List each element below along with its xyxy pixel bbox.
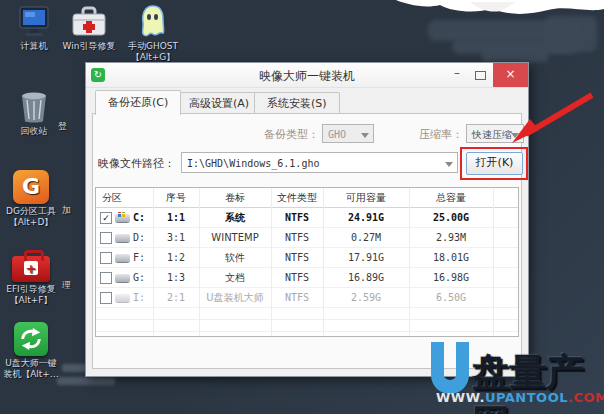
column-header: 总容量 — [409, 191, 493, 205]
desktop-icon-computer[interactable]: 计算机 — [3, 3, 65, 52]
censor-scribble — [396, 0, 604, 14]
grid-line — [199, 188, 200, 336]
desktop-icon-efi-boot-repair[interactable]: + EFI引导修复 【Alt+F】 — [0, 246, 62, 306]
desktop-icon-label: U盘大师一键 — [0, 358, 62, 369]
drive-icon — [115, 214, 130, 222]
censor-block — [482, 48, 548, 62]
volume-label: WINTEMP — [199, 232, 271, 243]
backup-restore-page: 备份类型： GHO 压缩率： 快速压缩 映像文件路径： I:\GHD\Windo… — [92, 113, 522, 369]
filesystem: NTFS — [271, 232, 323, 243]
tab-system-install[interactable]: 系统安装(S) — [254, 92, 340, 114]
grid-line — [409, 188, 410, 336]
drive-letter: F: — [133, 252, 145, 263]
partition-index: 1:1 — [153, 212, 199, 223]
partition-row[interactable]: D:3:1WINTEMPNTFS0.27M2.93M — [96, 228, 518, 248]
chevron-down-icon — [445, 162, 453, 167]
desktop-icon-win-boot-repair[interactable]: Win引导修复 — [58, 3, 120, 52]
partition-checkbox[interactable] — [100, 272, 112, 284]
desktop-icon-label-line2: 【Alt+D】 — [0, 217, 62, 228]
censor-block — [545, 16, 597, 52]
partition-row[interactable]: ✓C:1:1系统NTFS24.91G25.00G — [96, 208, 518, 228]
compression-label: 压缩率： — [415, 127, 463, 142]
partition-checkbox[interactable] — [100, 252, 112, 264]
desktop-icon-label-line2: 装机【Alt+… — [0, 369, 62, 380]
column-header: 分区 — [96, 191, 153, 205]
desktop-icon-label: DG分区工具 — [0, 206, 62, 217]
drive-letter: I: — [133, 292, 145, 303]
green-sync-icon — [0, 320, 62, 356]
partition-index: 3:1 — [153, 232, 199, 243]
chevron-down-icon — [361, 133, 369, 138]
partition-row[interactable]: G:1:3文档NTFS16.89G16.98G — [96, 268, 518, 288]
total-capacity: 16.98G — [409, 272, 493, 283]
total-capacity: 6.50G — [409, 292, 493, 303]
grid-line — [493, 188, 494, 336]
drive-letter: C: — [133, 212, 145, 223]
desktop-icon-manual-ghost[interactable]: 手动GHOST 【Alt+G】 — [122, 3, 184, 63]
desktop-icon-label: 手动GHOST — [122, 41, 184, 52]
total-capacity: 2.93M — [409, 232, 493, 243]
empty-row — [96, 308, 518, 320]
partition-row[interactable]: I:2:1U盘装机大师NTFS2.59G6.50G — [96, 288, 518, 308]
column-header: 文件类型 — [271, 191, 323, 205]
computer-icon — [3, 3, 65, 39]
column-header: 序号 — [153, 191, 199, 205]
table-header-row: 分区序号卷标文件类型可用容量总容量 — [96, 188, 518, 208]
filesystem: NTFS — [271, 252, 323, 263]
desktop-icon-recycle-bin[interactable]: 回收站 — [3, 88, 65, 137]
chevron-down-icon — [511, 133, 519, 138]
window-titlebar[interactable]: ↻ 映像大师一键装机 – × — [86, 63, 528, 88]
red-toolbox-icon: + — [0, 246, 62, 282]
upantool-url: WWW.UPANTOOL.COM — [436, 390, 604, 405]
compression-select[interactable]: 快速压缩 — [466, 124, 524, 143]
column-header: 可用容量 — [323, 191, 409, 205]
backup-type-select[interactable]: GHO — [322, 124, 374, 143]
ghost-icon — [122, 3, 184, 39]
drive-letter: G: — [133, 272, 145, 283]
image-path-label: 映像文件路径： — [98, 156, 175, 171]
drive-icon — [115, 274, 130, 282]
empty-row — [96, 320, 518, 332]
backup-type-label: 备份类型： — [251, 127, 319, 142]
desktop-icon-usb-master[interactable]: U盘大师一键 装机【Alt+… — [0, 320, 62, 380]
partition-index: 2:1 — [153, 292, 199, 303]
partition-row[interactable]: F:1:2软件NTFS17.91G18.01G — [96, 248, 518, 268]
partition-table: 分区序号卷标文件类型可用容量总容量 ✓C:1:1系统NTFS24.91G25.0… — [95, 187, 519, 337]
partition-checkbox[interactable]: ✓ — [100, 212, 112, 224]
grid-line — [153, 188, 154, 336]
filesystem: NTFS — [271, 292, 323, 303]
partition-index: 1:3 — [153, 272, 199, 283]
desktop-icon-dg-partition-tool[interactable]: G DG分区工具 【Alt+D】 — [0, 168, 62, 228]
first-aid-kit-icon — [58, 3, 120, 39]
free-capacity: 0.27M — [323, 232, 409, 243]
partition-checkbox[interactable] — [100, 292, 112, 304]
red-highlight-box — [460, 147, 528, 180]
free-capacity: 16.89G — [323, 272, 409, 283]
maximize-icon — [475, 71, 486, 80]
total-capacity: 25.00G — [409, 212, 493, 223]
close-button[interactable]: × — [493, 63, 528, 87]
image-master-window: ↻ 映像大师一键装机 – × 备份还原(C) 高级设置(A) 系统安装(S) 备… — [85, 62, 529, 377]
desktop-icon-label: 回收站 — [3, 126, 65, 137]
desktop-icon-label-line2: 【Alt+F】 — [0, 295, 62, 306]
drive-icon — [115, 294, 130, 302]
partition-index: 1:2 — [153, 252, 199, 263]
partition-checkbox[interactable] — [100, 232, 112, 244]
tab-advanced-settings[interactable]: 高级设置(A) — [176, 92, 262, 114]
partial-icon-label: 理 — [62, 279, 71, 292]
image-path-combobox[interactable]: I:\GHD\Windows_6.1.gho — [181, 152, 458, 173]
desktop-icon-label: Win引导修复 — [58, 41, 120, 52]
column-header: 卷标 — [199, 191, 271, 205]
volume-label: 文档 — [199, 271, 271, 285]
partial-icon-label: 加 — [62, 204, 71, 217]
volume-label: 软件 — [199, 251, 271, 265]
desktop-icon-label: EFI引导修复 — [0, 284, 62, 295]
minimize-button[interactable]: – — [446, 63, 468, 87]
drive-icon — [115, 234, 130, 242]
maximize-button[interactable] — [470, 63, 490, 87]
volume-label: U盘装机大师 — [199, 291, 271, 305]
recycle-bin-icon — [3, 88, 65, 124]
blurred-label — [57, 377, 115, 385]
tab-backup-restore[interactable]: 备份还原(C) — [95, 90, 181, 115]
desktop-icon-label: 计算机 — [3, 41, 65, 52]
